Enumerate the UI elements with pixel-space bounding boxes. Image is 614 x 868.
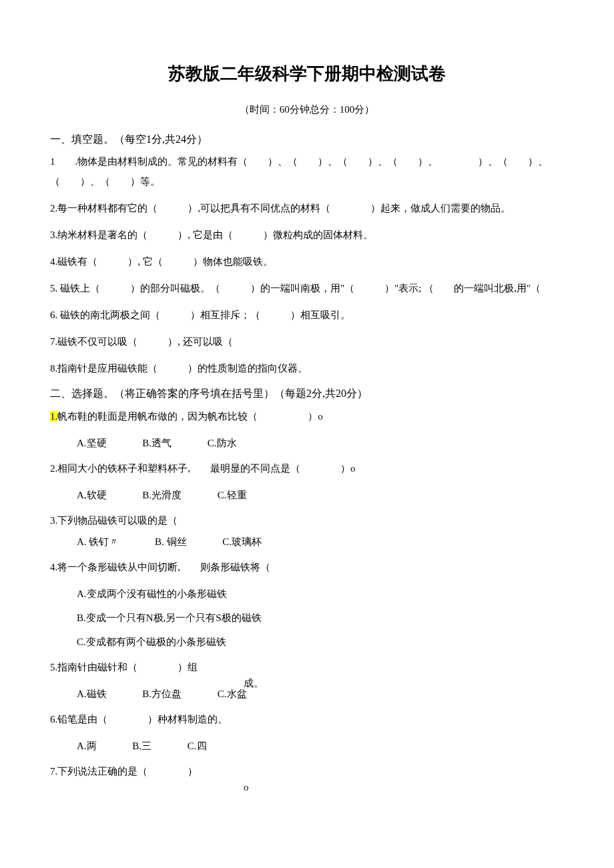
s1-q7: 7.磁铁不仅可以吸（ ）, 还可以吸（ (50, 332, 564, 352)
s2-q4-optC: C.变成都有两个磁极的小条形磁铁 (77, 632, 564, 652)
s2-q1-optA: A.坚硬 (77, 433, 107, 453)
s2-q1-optC: C.防水 (208, 433, 237, 453)
s2-q6-optA: A.两 (77, 736, 97, 756)
s2-q3-optC: C.玻璃杯 (222, 532, 262, 552)
s1-q6: 6. 磁铁的南北两极之间（ ）相互排斥；（ ）相互吸引。 (50, 305, 564, 325)
s2-q1-optB: B.透气 (142, 433, 172, 453)
s1-q2: 2.每一种材料都有它的（ ）,可以把具有不同优点的材料（ ）起来，做成人们需要的… (50, 198, 564, 218)
s2-q2-optB: B.光滑度 (142, 485, 182, 505)
page-subtitle: （时间：60分钟总分：100分） (50, 101, 564, 117)
s2-q4-options: A.变成两个没有磁性的小条形磁铁 B.变成一个只有N极,另一个只有S极的磁铁 C… (50, 584, 564, 652)
s2-q5-optC: C.水盆 (218, 684, 247, 704)
s2-q1-text: 帆布鞋的鞋面是用帆布做的，因为帆布比较（ ）o (57, 411, 323, 422)
s2-q6-optC: C.四 (188, 736, 207, 756)
s2-q2-optA: A,软硬 (77, 485, 107, 505)
s2-q6: 6.铅笔是由（ ）种材料制造的。 (50, 709, 564, 729)
s1-q1: 1 .物体是由材料制成的。常见的材料有（ ）、（ ）、（ ）、（ ）、 ）、（ … (50, 151, 564, 191)
s2-q4: 4.将一个条形磁铁从中间切断, 则条形磁铁将（ (50, 557, 564, 577)
s2-q5-cheng: 成。 (244, 673, 264, 693)
s1-q8: 8.指南针是应用磁铁能（ ）的性质制造的指向仪器。 (50, 358, 564, 378)
s2-q6-options: A.两 B.三 C.四 (50, 736, 564, 756)
s2-q2-options: A,软硬 B.光滑度 C.轻重 (50, 485, 564, 505)
s2-q4-optB: B.变成一个只有N极,另一个只有S极的磁铁 (77, 608, 564, 628)
s2-q2: 2.相同大小的铁杯子和塑料杯子, 最明显的不同点是（ ）o (50, 458, 564, 478)
s2-q5: 5.指南针由磁针和（ ）组 成。 (50, 657, 564, 677)
s2-q7: 7.下列说法正确的是（ ） o (50, 761, 564, 781)
s2-q7-o: o (244, 777, 249, 797)
s2-q6-optB: B.三 (132, 736, 151, 756)
s2-q4-optA: A.变成两个没有磁性的小条形磁铁 (77, 584, 564, 604)
s2-q5-optA: A.磁铁 (77, 684, 107, 704)
s1-q4: 4.磁铁有（ ）, 它（ ）物体也能吸铁。 (50, 252, 564, 272)
s1-q3: 3.纳米材料是著名的（ ）, 它是由（ ）微粒构成的固体材料。 (50, 225, 564, 245)
page-title: 苏教版二年级科学下册期中检测试卷 (50, 60, 564, 88)
s2-q3: 3.下列物品磁铁可以吸的是（ (50, 510, 564, 530)
s2-q3-optA: A. 铁钉〃 (77, 532, 119, 552)
s2-q3-optB: B. 铜丝 (155, 532, 187, 552)
s2-q1: 1.帆布鞋的鞋面是用帆布做的，因为帆布比较（ ）o (50, 406, 564, 426)
s2-q5-options: A.磁铁 B.方位盘 C.水盆 (50, 684, 564, 704)
section2-header: 二、选择题。（将正确答案的序号填在括号里）（每题2分,共20分） (50, 385, 564, 402)
section1-header: 一、填空题。（每空1分,共24分） (50, 131, 564, 148)
s2-q7-text: 7.下列说法正确的是（ ） (50, 766, 198, 777)
highlight-1: 1. (50, 411, 57, 422)
s1-q5: 5. 磁铁上（ ）的部分叫磁极。（ ）的一端叫南极，用"（ ）"表示; （ 的一… (50, 278, 564, 298)
s2-q5-optB: B.方位盘 (142, 684, 182, 704)
s2-q1-options: A.坚硬 B.透气 C.防水 (50, 433, 564, 453)
s2-q5-text: 5.指南针由磁针和（ ）组 (50, 662, 198, 673)
s2-q3-options: A. 铁钉〃 B. 铜丝 C.玻璃杯 (50, 532, 564, 552)
s2-q2-optC: C.轻重 (218, 485, 247, 505)
